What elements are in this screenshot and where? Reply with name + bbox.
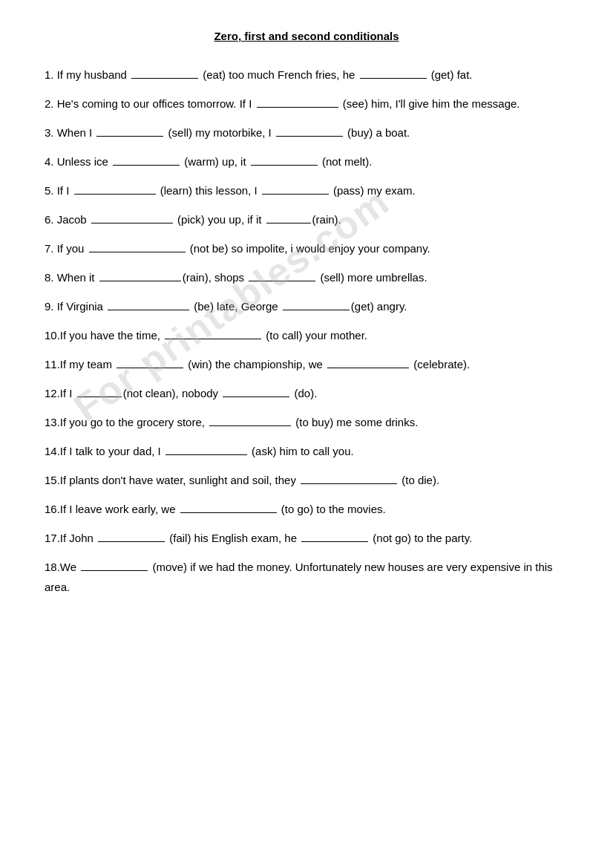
blank [209,425,291,426]
blank [96,136,163,137]
item-number: 5. [45,184,54,197]
list-item: 2. He's coming to our offices tomorrow. … [45,94,568,114]
item-number: 10. [45,329,60,342]
list-item: 10.If you have the time, (to call) your … [45,325,568,345]
blank [74,194,156,195]
blank [165,339,261,339]
blank [91,223,173,223]
blank [89,252,186,252]
exercise-list: 1. If my husband (eat) too much French f… [45,65,568,597]
item-number: 15. [45,474,60,486]
blank [165,454,247,455]
list-item: 9. If Virginia (be) late, George (get) a… [45,296,568,316]
item-number: 4. [45,155,54,168]
blank [360,78,427,79]
blank [251,165,318,166]
blank [249,281,315,281]
blank [223,397,289,397]
blank [99,281,181,281]
item-number: 1. [45,68,54,81]
blank [77,397,122,397]
item-number: 7. [45,242,54,255]
list-item: 14.If I talk to your dad, I (ask) him to… [45,441,568,461]
item-number: 17. [45,532,60,544]
blank [327,368,409,368]
list-item: 5. If I (learn) this lesson, I (pass) my… [45,180,568,200]
item-number: 11. [45,358,60,371]
blank [301,541,368,542]
list-item: 17.If John (fail) his English exam, he (… [45,528,568,548]
list-item: 18.We (move) if we had the money. Unfort… [45,557,568,597]
item-number: 2. [45,97,54,110]
blank [81,570,148,571]
list-item: 6. Jacob (pick) you up, if it (rain). [45,209,568,229]
list-item: 4. Unless ice (warm) up, it (not melt). [45,151,568,172]
blank [180,512,277,513]
item-number: 14. [45,445,60,457]
blank [262,194,329,195]
list-item: 15.If plants don't have water, sunlight … [45,470,568,490]
blank [266,223,311,223]
item-number: 9. [45,300,54,313]
blank [276,136,343,137]
blank [301,483,397,484]
list-item: 3. When I (sell) my motorbike, I (buy) a… [45,123,568,143]
blank [108,310,189,310]
item-number: 12. [45,387,60,399]
item-number: 8. [45,271,54,284]
list-item: 11.If my team (win) the championship, we… [45,354,568,374]
item-number: 6. [45,213,54,226]
blank [113,165,180,166]
item-number: 3. [45,126,54,139]
blank [131,78,198,79]
list-item: 12.If I (not clean), nobody (do). [45,383,568,403]
item-number: 18. [45,561,60,573]
blank [283,310,350,310]
list-item: 8. When it (rain), shops (sell) more umb… [45,267,568,287]
blank [98,541,165,542]
page-title: Zero, first and second conditionals [45,30,568,42]
blank [117,368,183,368]
list-item: 7. If you (not be) so impolite, i would … [45,238,568,258]
list-item: 13.If you go to the grocery store, (to b… [45,412,568,432]
item-number: 13. [45,416,60,428]
list-item: 16.If I leave work early, we (to go) to … [45,499,568,519]
item-number: 16. [45,503,60,515]
list-item: 1. If my husband (eat) too much French f… [45,65,568,85]
blank [257,107,338,108]
